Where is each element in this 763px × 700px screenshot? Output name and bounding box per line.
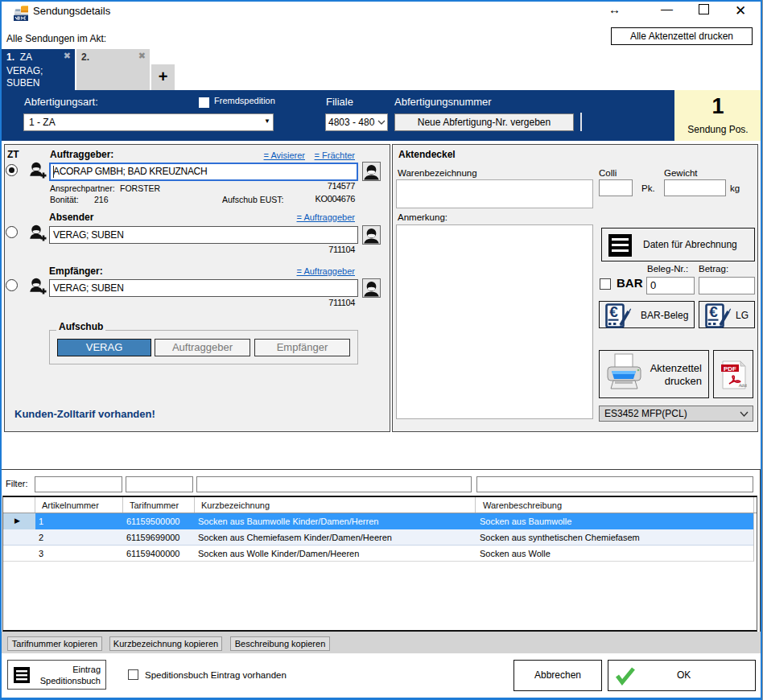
svg-text:PDF: PDF (724, 365, 736, 373)
svg-text:€: € (709, 303, 718, 320)
svg-text:€: € (609, 303, 618, 320)
svg-text:Adobe: Adobe (738, 384, 747, 388)
